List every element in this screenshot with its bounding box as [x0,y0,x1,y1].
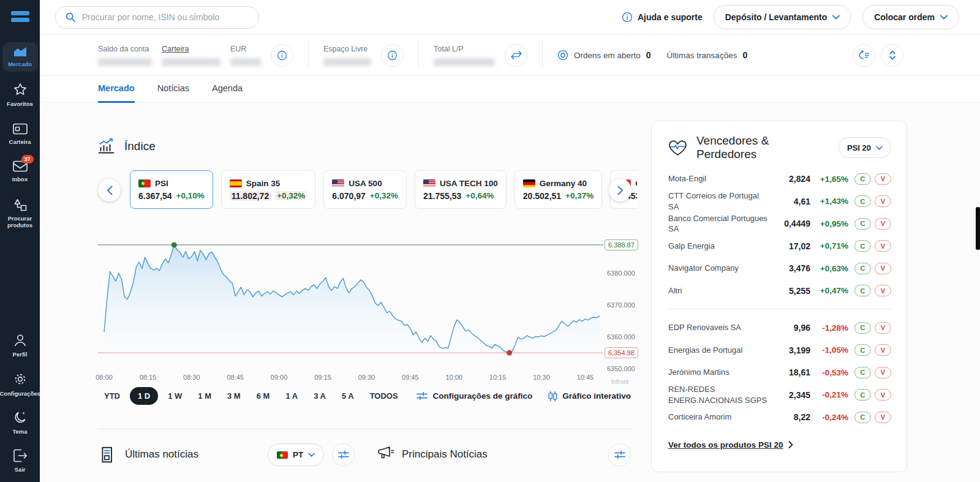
index-card[interactable]: Germany 4020.502,51+0,37% [514,170,602,209]
product-row[interactable]: Jerónimo Martins18,61-0,53%CV [668,361,891,384]
view-all-products-link[interactable]: Ver todos os produtos PSI 20 [668,440,891,450]
sell-button[interactable]: V [875,263,891,274]
carousel-prev-button[interactable] [98,179,121,201]
range-button[interactable]: 5 A [336,387,360,405]
index-card[interactable]: USA TECH 10021.755,53+0,64% [415,170,507,209]
sidebar-item-inbox[interactable]: 37 Inbox [2,156,38,187]
sell-button[interactable]: V [875,285,891,296]
range-button[interactable]: TODOS [364,387,404,405]
range-button[interactable]: YTD [98,387,126,405]
carousel-next-button[interactable] [609,179,631,201]
buy-button[interactable]: C [854,218,871,230]
index-filter-select[interactable]: PSI 20 [839,137,891,158]
last-transactions-label[interactable]: Últimas transações [667,51,737,60]
product-row[interactable]: REN-REDES ENERG.NACIONAIS SGPS2,345-0,21… [668,384,891,407]
product-name[interactable]: Banco Comercial Portugues SA [668,213,775,235]
product-name[interactable]: REN-REDES ENERG.NACIONAIS SGPS [668,384,775,405]
page-scrollbar-thumb[interactable] [976,207,980,250]
product-name[interactable]: Energias de Portugal [668,345,775,356]
latest-news-filter-button[interactable] [332,443,355,466]
range-button[interactable]: 6 M [251,387,276,405]
index-price-chart[interactable]: 6380.0006370.0006360.0006350.0006,388.87… [98,238,634,392]
index-name: PSI [155,179,168,188]
product-row[interactable]: CTT Correios de Portugal SA4,61+1,43%CV [668,190,891,213]
open-orders-label[interactable]: Ordens em aberto [574,51,641,60]
range-button[interactable]: 1 A [279,387,304,405]
buy-button[interactable]: C [854,389,871,401]
search-input[interactable] [82,12,249,22]
chart-plot-area[interactable] [98,238,603,371]
buy-button[interactable]: C [854,173,871,185]
balance-info-button[interactable] [271,44,293,67]
sidebar-item-perfil[interactable]: Perfil [2,329,38,362]
product-row[interactable]: Navigator Company3,476+0,63%CV [668,257,891,280]
buy-button[interactable]: C [854,263,871,274]
product-name[interactable]: EDP Renovaveis SA [668,322,775,333]
product-row[interactable]: Altri5,255+0,47%CV [668,280,891,303]
interactive-chart-button[interactable]: Gráfico interativo [548,391,631,402]
product-row[interactable]: EDP Renovaveis SA9,96-1,28%CV [668,317,891,339]
product-row[interactable]: Corticeira Amorim8,22-0,24%CV [668,406,891,429]
sell-button[interactable]: V [875,344,891,356]
sell-button[interactable]: V [875,173,891,185]
tab-noticias[interactable]: Notícias [157,76,189,103]
sell-button[interactable]: V [875,389,891,401]
help-support-button[interactable]: Ajuda e suporte [622,12,703,23]
product-row[interactable]: Energias de Portugal3,199-1,05%CV [668,339,891,362]
collapse-expand-button[interactable] [881,44,903,67]
sell-button[interactable]: V [875,195,891,207]
product-name[interactable]: Altri [668,285,775,296]
buy-button[interactable]: C [854,412,871,423]
sell-button[interactable]: V [875,412,891,423]
sell-button[interactable]: V [875,367,891,378]
range-button[interactable]: 1 D [130,387,158,405]
product-name[interactable]: Navigator Company [668,263,775,274]
tab-mercado[interactable]: Mercado [98,76,135,103]
product-name[interactable]: Corticeira Amorim [668,412,775,423]
sidebar-item-mercado[interactable]: Mercado [2,42,38,72]
buy-button[interactable]: C [854,285,871,296]
index-card[interactable]: USA 5006.070,97+0,32% [323,170,407,209]
search-box[interactable] [55,6,259,29]
sidebar-item-favoritos[interactable]: Favoritos [2,78,38,111]
menu-icon[interactable] [11,10,29,24]
portfolio-link[interactable]: Carteira [162,45,221,53]
buy-button[interactable]: C [854,322,871,334]
buy-button[interactable]: C [854,240,871,252]
product-row[interactable]: Galp Energia17,02+0,71%CV [668,235,891,258]
place-order-button[interactable]: Colocar ordem [862,5,959,29]
product-row[interactable]: Mota-Engil2,824+1,65%CV [668,168,891,190]
range-button[interactable]: 3 M [221,387,247,405]
range-button[interactable]: 1 M [192,387,217,405]
sidebar-item-carteira[interactable]: Carteira [2,119,38,149]
deposit-withdraw-button[interactable]: Depósito / Levantamento [714,5,851,29]
sell-button[interactable]: V [875,218,891,230]
swap-currency-button[interactable] [505,44,527,67]
sidebar-item-configuracoes[interactable]: Configurações [2,367,38,401]
range-button[interactable]: 3 A [307,387,332,405]
product-name[interactable]: Galp Energia [668,241,775,252]
buy-button[interactable]: C [854,344,871,356]
sell-button[interactable]: V [875,240,891,252]
sell-button[interactable]: V [875,322,891,334]
product-row[interactable]: Banco Comercial Portugues SA0,4449+0,95%… [668,213,891,235]
sidebar-item-tema[interactable]: Tema [2,406,38,439]
range-button[interactable]: 1 W [162,387,188,405]
product-name[interactable]: Jerónimo Martins [668,367,775,378]
top-news-filter-button[interactable] [608,443,631,466]
tab-agenda[interactable]: Agenda [212,76,243,103]
index-card[interactable]: PSI6.367,54+0,10% [130,170,213,209]
sidebar-item-procurar-produtos[interactable]: Procurar produtos [2,194,38,233]
product-name[interactable]: CTT Correios de Portugal SA [668,190,775,212]
news-language-select[interactable]: PT [268,443,324,466]
candlestick-icon [548,391,557,402]
buy-button[interactable]: C [854,367,871,378]
buy-button[interactable]: C [854,195,871,207]
product-name[interactable]: Mota-Engil [668,173,775,184]
sidebar-item-sair[interactable]: Sair [2,445,38,477]
transaction-history-button[interactable] [853,44,875,67]
chart-settings-button[interactable]: Configurações de gráfico [417,391,532,401]
index-card[interactable]: Spain 3511.802,72+0,32% [221,170,316,209]
last-transactions-count: 0 [742,50,747,60]
free-space-info-button[interactable] [381,44,404,67]
